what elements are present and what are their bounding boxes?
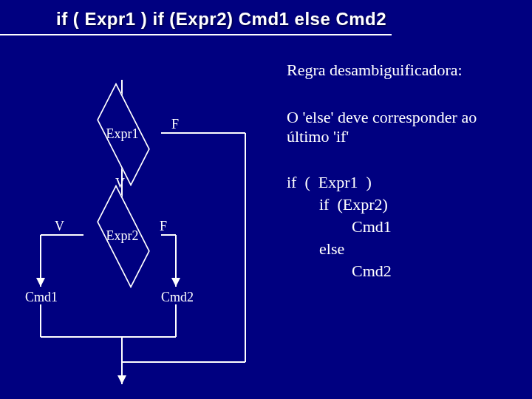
- flowchart-lines: [0, 0, 296, 399]
- decision-expr1-label: Expr1: [106, 126, 139, 142]
- edge-label-f1: F: [171, 117, 179, 132]
- edge-label-v2: V: [55, 219, 64, 234]
- process-cmd2: Cmd2: [161, 290, 194, 305]
- decision-expr2-label: Expr2: [106, 228, 139, 244]
- edge-label-f2: F: [160, 219, 167, 234]
- process-cmd1: Cmd1: [25, 290, 58, 305]
- code-block: if ( Expr1 ) if (Expr2) Cmd1 else Cmd2: [287, 171, 392, 282]
- description-else-rule: O 'else' deve corresponder ao último 'if…: [287, 108, 516, 146]
- heading-disambiguation: Regra desambiguificadora:: [287, 61, 463, 80]
